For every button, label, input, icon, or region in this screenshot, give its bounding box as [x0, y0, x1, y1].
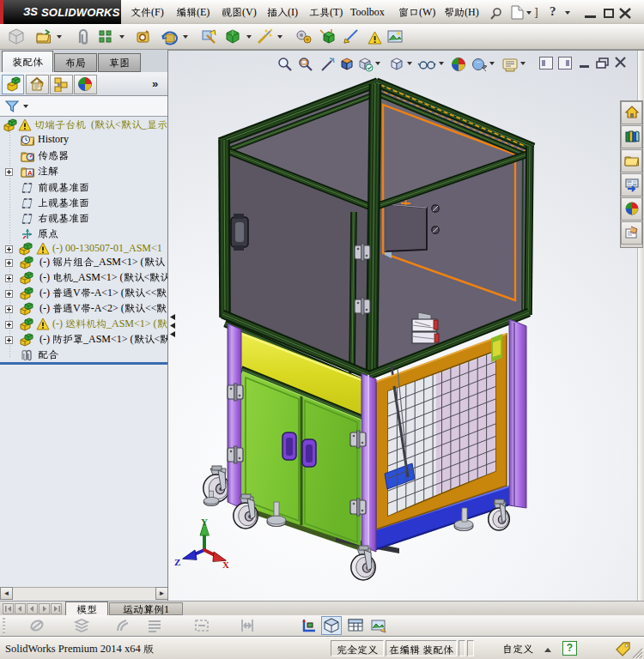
- svg-text:A: A: [27, 169, 33, 177]
- svg-text:Z: Z: [174, 557, 180, 567]
- svg-text:Y: Y: [201, 517, 208, 527]
- svg-text:X: X: [222, 559, 229, 570]
